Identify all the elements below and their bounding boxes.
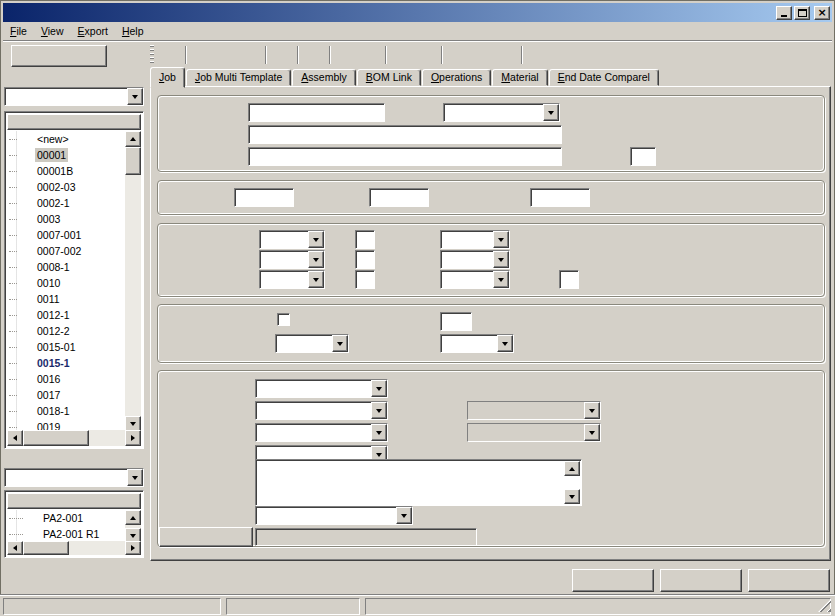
scroll-right-button[interactable] [125, 430, 141, 446]
order-item[interactable]: 0007-001 [7, 227, 125, 243]
due-date-dropdown-button[interactable] [308, 251, 324, 268]
order-item[interactable]: 0002-03 [7, 179, 125, 195]
promise-date-dropdown-button[interactable] [493, 251, 509, 268]
order-list-hscrollbar[interactable] [7, 430, 141, 446]
order-item[interactable]: 00001 [7, 147, 125, 163]
order-number-input[interactable] [248, 103, 385, 122]
material-available-checkbox[interactable] [277, 313, 290, 326]
template-item[interactable]: PA2-001 [7, 510, 125, 526]
cancel-button[interactable] [660, 569, 742, 592]
baseline-end-dropdown-button[interactable] [493, 271, 509, 288]
tab-material[interactable]: Material [492, 69, 547, 86]
order-list-vscrollbar[interactable] [125, 131, 141, 432]
planner-combobox[interactable] [255, 506, 413, 525]
close-button[interactable]: × [814, 6, 830, 20]
planner-dropdown-button[interactable] [396, 507, 412, 524]
scrap-factor-input[interactable] [369, 188, 429, 207]
unlock-button[interactable] [358, 44, 382, 66]
scroll-right-button[interactable] [125, 541, 141, 555]
toolbar-gripper[interactable] [150, 45, 154, 65]
job-identification-input[interactable] [248, 147, 562, 166]
unschedule-button[interactable] [494, 44, 518, 66]
schedule-method-dropdown-button[interactable] [371, 402, 387, 419]
tab-job-multi-template[interactable]: Job Multi Template [186, 69, 291, 86]
menu-export[interactable]: Export [71, 23, 115, 40]
quantity-to-build-input[interactable] [530, 188, 590, 207]
baseline-end-picker[interactable] [440, 270, 510, 289]
scroll-up-button[interactable] [125, 510, 141, 525]
expected-delivery-dropdown-button[interactable] [332, 335, 348, 352]
due-shift-input[interactable] [355, 250, 375, 269]
promise-date-picker[interactable] [440, 250, 510, 269]
order-item[interactable]: 0003 [7, 211, 125, 227]
baseline-start-picker[interactable] [259, 270, 325, 289]
open-edit-button[interactable] [214, 44, 238, 66]
order-item[interactable]: 0015-1 [7, 355, 125, 371]
search-item-combobox[interactable] [4, 468, 144, 487]
release-shift-input[interactable] [355, 230, 375, 249]
order-item[interactable]: 0012-2 [7, 323, 125, 339]
order-quantity-input[interactable] [234, 188, 294, 207]
new-document-button[interactable] [190, 44, 214, 66]
part-number-input[interactable] [248, 125, 562, 144]
days-to-delay-input[interactable] [440, 312, 472, 331]
search-order-dropdown-button[interactable] [127, 88, 143, 105]
search-item-dropdown-button[interactable] [127, 469, 143, 486]
order-date-dropdown-button[interactable] [493, 231, 509, 248]
expected-delivery-picker[interactable] [275, 334, 349, 353]
copy-button[interactable] [238, 44, 262, 66]
refresh-jobs-button[interactable] [11, 45, 107, 67]
help-button[interactable] [526, 44, 550, 66]
template-item[interactable]: PA2-001 R1 [7, 526, 125, 542]
tab-job[interactable]: Job [150, 67, 185, 88]
order-item[interactable]: 0008-1 [7, 259, 125, 275]
due-date-picker[interactable] [259, 250, 325, 269]
scroll-left-button[interactable] [7, 430, 23, 446]
scroll-thumb[interactable] [23, 541, 69, 555]
search-order-combobox[interactable] [4, 87, 144, 106]
order-item[interactable]: 0007-002 [7, 243, 125, 259]
notes-scroll-down-button[interactable] [564, 489, 580, 504]
lock-button[interactable] [334, 44, 358, 66]
template-list-header[interactable] [7, 493, 141, 509]
save-button[interactable] [572, 569, 654, 592]
exit-door-button[interactable] [158, 44, 182, 66]
order-item[interactable]: 0010 [7, 275, 125, 291]
scroll-up-button[interactable] [125, 131, 141, 147]
print-button[interactable] [270, 44, 294, 66]
release-date-dropdown-button[interactable] [308, 231, 324, 248]
order-item[interactable]: <new> [7, 131, 125, 147]
menu-file[interactable]: File [3, 23, 34, 40]
job-notes-input[interactable] [255, 459, 582, 506]
order-item[interactable]: 0012-1 [7, 307, 125, 323]
material-button[interactable] [390, 44, 414, 66]
delete-button[interactable] [302, 44, 326, 66]
order-item[interactable]: 00001B [7, 163, 125, 179]
tab-assembly[interactable]: Assembly [292, 69, 356, 86]
sequence-type-dropdown-button[interactable] [371, 380, 387, 397]
scroll-left-button[interactable] [7, 541, 23, 555]
baseline-start-dropdown-button[interactable] [308, 271, 324, 288]
baseline-start-shift-input[interactable] [355, 270, 375, 289]
menu-help[interactable]: Help [115, 23, 151, 40]
red-clock-button[interactable] [446, 44, 470, 66]
date-received-picker[interactable] [440, 334, 514, 353]
job-state-combobox[interactable] [443, 103, 560, 122]
order-item[interactable]: 0015-01 [7, 339, 125, 355]
job-state-dropdown-button[interactable] [543, 104, 559, 121]
job-type-of-work-combobox[interactable] [255, 423, 388, 442]
schedule-clock-button[interactable] [470, 44, 494, 66]
order-item[interactable]: 0017 [7, 387, 125, 403]
order-list-header[interactable] [7, 114, 141, 130]
schedule-method-combobox[interactable] [255, 401, 388, 420]
maximize-button[interactable] [794, 6, 810, 20]
minimize-button[interactable] [776, 6, 792, 20]
remove-material-button[interactable] [414, 44, 438, 66]
template-list-vscrollbar[interactable] [125, 510, 141, 543]
template-list-hscrollbar[interactable] [7, 541, 141, 555]
scroll-thumb[interactable] [125, 147, 141, 175]
sequence-type-combobox[interactable] [255, 379, 388, 398]
select-by-name-button[interactable] [159, 527, 253, 547]
job-type-of-work-dropdown-button[interactable] [371, 424, 387, 441]
order-item[interactable]: 0002-1 [7, 195, 125, 211]
